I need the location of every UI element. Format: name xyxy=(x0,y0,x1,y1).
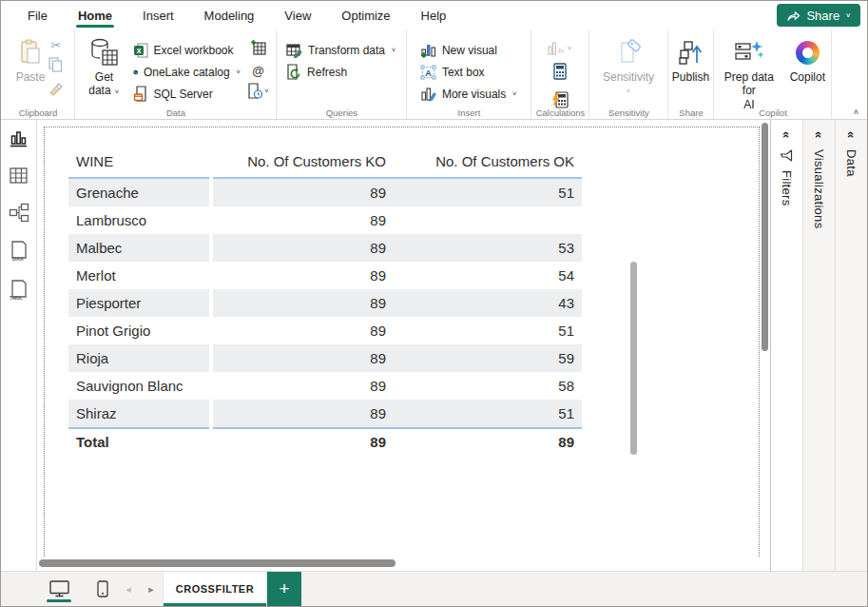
copilot-button[interactable]: Copilot xyxy=(786,35,829,86)
tab-home[interactable]: Home xyxy=(63,1,127,29)
column-header[interactable]: No. Of Customers KO xyxy=(213,147,394,177)
table-row[interactable]: Piesporter8943 xyxy=(68,289,582,317)
share-button[interactable]: Share ∨ xyxy=(777,4,860,27)
report-view-icon[interactable] xyxy=(9,129,29,148)
excel-workbook-button[interactable]: x Excel workbook xyxy=(129,39,245,61)
tab-modeling[interactable]: Modeling xyxy=(189,1,270,29)
table-cell: 89 xyxy=(213,262,394,289)
table-row[interactable]: Grenache8951 xyxy=(68,179,582,206)
chevron-down-icon: ∨ xyxy=(391,47,396,53)
table-vertical-scrollbar[interactable] xyxy=(630,262,637,455)
table-row[interactable]: Pinot Grigio8951 xyxy=(68,317,582,344)
total-value: 89 xyxy=(394,429,582,455)
new-measure-icon[interactable]: fx ∨ xyxy=(548,41,572,55)
column-header[interactable]: WINE xyxy=(68,147,209,177)
table-row[interactable]: Shiraz8951 xyxy=(68,400,582,427)
ribbon-group-clipboard: Paste ✂ xyxy=(1,29,75,119)
table-row[interactable]: Rioja8959 xyxy=(68,344,582,372)
column-header[interactable]: No. Of Customers OK xyxy=(394,147,582,177)
ribbon-group-insert: New visual A Text box More visuals ∨ xyxy=(407,29,531,119)
side-panes: « Filters « Visualizations « Data xyxy=(770,120,867,571)
total-label: Total xyxy=(68,429,209,455)
text-box-button[interactable]: A Text box xyxy=(416,61,521,83)
prev-page-icon[interactable]: ◂ xyxy=(117,572,140,606)
insert-group-label: Insert xyxy=(407,108,531,118)
table-row[interactable]: Merlot8954 xyxy=(68,262,582,289)
publish-button[interactable]: Publish xyxy=(668,35,713,86)
refresh-button[interactable]: Refresh xyxy=(282,61,400,83)
enter-data-icon[interactable] xyxy=(250,39,266,59)
powerbi-window: File Home Insert Modeling View Optimize … xyxy=(0,0,868,607)
table-cell: 89 xyxy=(213,400,394,427)
page-tab-label: CROSSFILTER xyxy=(176,583,254,595)
view-rail: DAX TMDL xyxy=(1,120,37,571)
table-row[interactable]: Lambrusco89 xyxy=(68,206,582,234)
tab-view[interactable]: View xyxy=(269,1,326,29)
table-cell: Lambrusco xyxy=(68,206,209,234)
get-data-button[interactable]: Get data ∨ xyxy=(80,35,129,100)
chevron-down-icon: ∨ xyxy=(264,88,270,94)
calculator-icon[interactable] xyxy=(552,63,568,84)
cut-icon[interactable]: ✂ xyxy=(50,39,61,51)
desktop-view-button[interactable] xyxy=(43,572,75,606)
model-view-icon[interactable] xyxy=(9,203,29,223)
mobile-view-icon xyxy=(97,580,108,597)
filters-pane[interactable]: « Filters xyxy=(770,120,802,571)
format-painter-icon[interactable] xyxy=(48,82,63,100)
filter-funnel-icon xyxy=(781,149,793,162)
visualizations-pane[interactable]: « Visualizations xyxy=(802,120,835,571)
dataverse-icon[interactable]: @ xyxy=(252,65,264,77)
ribbon-group-copilot: Prep data forAI Copilot xyxy=(714,29,832,119)
table-cell: 89 xyxy=(213,317,394,344)
table-cell: 58 xyxy=(394,372,582,400)
table-rows: Grenache8951Lambrusco89Malbec8953Merlot8… xyxy=(68,179,582,427)
mobile-view-button[interactable] xyxy=(88,572,117,606)
add-page-button[interactable]: + xyxy=(267,572,301,606)
canvas-horizontal-scrollbar[interactable] xyxy=(39,559,395,567)
recent-sources-icon[interactable]: ∨ xyxy=(247,83,270,99)
ribbon-group-queries: Transform data ∨ Refresh xyxy=(277,29,407,119)
transform-data-button[interactable]: Transform data ∨ xyxy=(282,39,400,61)
tab-insert[interactable]: Insert xyxy=(127,1,189,29)
next-page-icon[interactable]: ▸ xyxy=(140,572,163,606)
more-visuals-label: More visuals xyxy=(442,88,506,101)
report-canvas[interactable]: WINE No. Of Customers KO No. Of Customer… xyxy=(37,120,770,571)
expand-pane-icon[interactable]: « xyxy=(845,131,858,138)
table-cell: 89 xyxy=(213,372,394,400)
tab-optimize[interactable]: Optimize xyxy=(326,1,405,29)
table-cell: 54 xyxy=(394,262,582,289)
canvas-vertical-scrollbar[interactable] xyxy=(762,123,768,351)
table-row[interactable]: Sauvignon Blanc8958 xyxy=(68,372,582,400)
prep-data-for-ai-button[interactable]: Prep data forAI xyxy=(716,35,782,113)
collapse-ribbon-icon[interactable]: ∧ xyxy=(853,108,859,116)
sensitivity-button[interactable]: Sensitivity ∨ xyxy=(599,35,658,98)
table-cell: 43 xyxy=(394,289,582,317)
expand-pane-icon[interactable]: « xyxy=(813,131,825,138)
table-cell: 51 xyxy=(394,179,582,206)
table-cell: 89 xyxy=(213,179,394,206)
data-pane[interactable]: « Data xyxy=(835,120,867,571)
data-pane-label: Data xyxy=(844,149,858,177)
sql-server-button[interactable]: SQL Server xyxy=(129,83,245,105)
paste-button[interactable]: Paste xyxy=(12,35,49,86)
page-tab-crossfilter[interactable]: CROSSFILTER xyxy=(163,572,267,606)
sql-server-label: SQL Server xyxy=(154,88,213,101)
new-visual-icon xyxy=(420,42,436,58)
new-visual-button[interactable]: New visual xyxy=(416,39,521,61)
onelake-catalog-button[interactable]: OneLake catalog ∨ xyxy=(129,61,245,83)
menu-bar: File Home Insert Modeling View Optimize … xyxy=(1,1,867,29)
more-visuals-button[interactable]: More visuals ∨ xyxy=(416,83,521,105)
table-cell: 89 xyxy=(213,344,394,372)
tmdl-view-icon[interactable]: TMDL xyxy=(9,280,29,301)
transform-data-label: Transform data xyxy=(308,44,385,57)
svg-text:TMDL: TMDL xyxy=(10,295,23,301)
dax-view-icon[interactable]: DAX xyxy=(10,241,29,262)
table-cell: Shiraz xyxy=(68,400,209,427)
copy-icon[interactable] xyxy=(48,57,63,76)
table-view-icon[interactable] xyxy=(9,166,29,185)
table-row[interactable]: Malbec8953 xyxy=(68,234,582,262)
expand-pane-icon[interactable]: « xyxy=(781,131,793,138)
tab-help[interactable]: Help xyxy=(406,1,462,29)
table-cell: Grenache xyxy=(68,179,209,206)
tab-file[interactable]: File xyxy=(12,1,63,29)
